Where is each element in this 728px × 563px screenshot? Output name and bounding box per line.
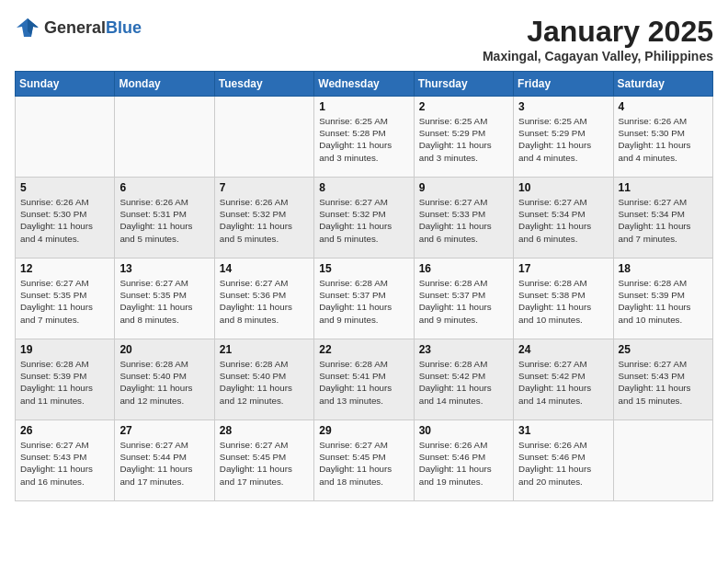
day-cell-3-7: 18Sunrise: 6:28 AM Sunset: 5:39 PM Dayli… xyxy=(613,259,712,339)
day-cell-5-5: 30Sunrise: 6:26 AM Sunset: 5:46 PM Dayli… xyxy=(414,420,513,501)
day-cell-1-4: 1Sunrise: 6:25 AM Sunset: 5:28 PM Daylig… xyxy=(314,97,414,178)
day-cell-2-2: 6Sunrise: 6:26 AM Sunset: 5:31 PM Daylig… xyxy=(115,178,214,259)
day-info: Sunrise: 6:27 AM Sunset: 5:44 PM Dayligh… xyxy=(119,439,209,488)
day-number: 4 xyxy=(619,100,708,113)
logo-blue-text: Blue xyxy=(106,18,142,37)
day-cell-2-1: 5Sunrise: 6:26 AM Sunset: 5:30 PM Daylig… xyxy=(16,178,115,259)
day-cell-1-2 xyxy=(115,97,214,178)
header-monday: Monday xyxy=(115,72,214,97)
weekday-header-row: Sunday Monday Tuesday Wednesday Thursday… xyxy=(16,72,713,97)
day-number: 24 xyxy=(518,343,608,356)
header-thursday: Thursday xyxy=(414,72,513,97)
day-cell-4-6: 24Sunrise: 6:27 AM Sunset: 5:42 PM Dayli… xyxy=(514,339,613,420)
day-info: Sunrise: 6:28 AM Sunset: 5:41 PM Dayligh… xyxy=(319,358,408,407)
header-saturday: Saturday xyxy=(613,72,712,97)
day-info: Sunrise: 6:26 AM Sunset: 5:46 PM Dayligh… xyxy=(518,439,608,488)
week-row-3: 12Sunrise: 6:27 AM Sunset: 5:35 PM Dayli… xyxy=(16,259,713,339)
day-cell-3-6: 17Sunrise: 6:28 AM Sunset: 5:38 PM Dayli… xyxy=(514,259,613,339)
day-cell-3-3: 14Sunrise: 6:27 AM Sunset: 5:36 PM Dayli… xyxy=(214,259,313,339)
day-number: 15 xyxy=(319,262,408,275)
day-info: Sunrise: 6:27 AM Sunset: 5:35 PM Dayligh… xyxy=(119,277,209,326)
day-info: Sunrise: 6:27 AM Sunset: 5:33 PM Dayligh… xyxy=(419,196,508,245)
day-number: 29 xyxy=(319,424,408,437)
day-number: 21 xyxy=(220,343,309,356)
week-row-4: 19Sunrise: 6:28 AM Sunset: 5:39 PM Dayli… xyxy=(16,339,713,420)
day-number: 20 xyxy=(119,343,209,356)
day-info: Sunrise: 6:27 AM Sunset: 5:36 PM Dayligh… xyxy=(220,277,309,326)
day-info: Sunrise: 6:27 AM Sunset: 5:34 PM Dayligh… xyxy=(619,196,708,245)
day-cell-1-3 xyxy=(214,97,313,178)
day-cell-5-6: 31Sunrise: 6:26 AM Sunset: 5:46 PM Dayli… xyxy=(514,420,613,501)
day-cell-3-1: 12Sunrise: 6:27 AM Sunset: 5:35 PM Dayli… xyxy=(16,259,115,339)
day-cell-2-5: 9Sunrise: 6:27 AM Sunset: 5:33 PM Daylig… xyxy=(414,178,513,259)
day-info: Sunrise: 6:25 AM Sunset: 5:29 PM Dayligh… xyxy=(419,115,508,164)
calendar-title: January 2025 xyxy=(483,15,713,49)
day-number: 2 xyxy=(419,100,508,113)
day-number: 9 xyxy=(419,181,508,194)
calendar-location: Maxingal, Cagayan Valley, Philippines xyxy=(483,49,713,63)
day-cell-5-7 xyxy=(613,420,712,501)
day-cell-5-1: 26Sunrise: 6:27 AM Sunset: 5:43 PM Dayli… xyxy=(16,420,115,501)
logo-icon xyxy=(15,15,40,40)
day-number: 30 xyxy=(419,424,508,437)
day-number: 10 xyxy=(518,181,608,194)
day-number: 5 xyxy=(20,181,109,194)
day-cell-1-7: 4Sunrise: 6:26 AM Sunset: 5:30 PM Daylig… xyxy=(613,97,712,178)
day-info: Sunrise: 6:27 AM Sunset: 5:35 PM Dayligh… xyxy=(20,277,109,326)
day-info: Sunrise: 6:26 AM Sunset: 5:32 PM Dayligh… xyxy=(220,196,309,245)
day-number: 3 xyxy=(518,100,608,113)
day-cell-3-5: 16Sunrise: 6:28 AM Sunset: 5:37 PM Dayli… xyxy=(414,259,513,339)
day-cell-5-2: 27Sunrise: 6:27 AM Sunset: 5:44 PM Dayli… xyxy=(115,420,214,501)
day-cell-1-6: 3Sunrise: 6:25 AM Sunset: 5:29 PM Daylig… xyxy=(514,97,613,178)
day-info: Sunrise: 6:27 AM Sunset: 5:45 PM Dayligh… xyxy=(319,439,408,488)
day-number: 13 xyxy=(119,262,209,275)
day-number: 12 xyxy=(20,262,109,275)
logo: GeneralBlue xyxy=(15,15,142,40)
title-block: January 2025 Maxingal, Cagayan Valley, P… xyxy=(483,15,713,63)
day-cell-4-1: 19Sunrise: 6:28 AM Sunset: 5:39 PM Dayli… xyxy=(16,339,115,420)
day-number: 16 xyxy=(419,262,508,275)
day-info: Sunrise: 6:28 AM Sunset: 5:39 PM Dayligh… xyxy=(20,358,109,407)
day-number: 7 xyxy=(220,181,309,194)
logo-general-text: General xyxy=(44,18,106,37)
day-cell-1-1 xyxy=(16,97,115,178)
day-info: Sunrise: 6:28 AM Sunset: 5:42 PM Dayligh… xyxy=(419,358,508,407)
day-info: Sunrise: 6:25 AM Sunset: 5:29 PM Dayligh… xyxy=(518,115,608,164)
day-number: 14 xyxy=(220,262,309,275)
header-sunday: Sunday xyxy=(16,72,115,97)
day-cell-4-5: 23Sunrise: 6:28 AM Sunset: 5:42 PM Dayli… xyxy=(414,339,513,420)
header-friday: Friday xyxy=(514,72,613,97)
day-info: Sunrise: 6:27 AM Sunset: 5:43 PM Dayligh… xyxy=(20,439,109,488)
day-info: Sunrise: 6:25 AM Sunset: 5:28 PM Dayligh… xyxy=(319,115,408,164)
day-info: Sunrise: 6:28 AM Sunset: 5:39 PM Dayligh… xyxy=(619,277,708,326)
day-info: Sunrise: 6:26 AM Sunset: 5:30 PM Dayligh… xyxy=(20,196,109,245)
day-number: 18 xyxy=(619,262,708,275)
day-info: Sunrise: 6:27 AM Sunset: 5:42 PM Dayligh… xyxy=(518,358,608,407)
day-info: Sunrise: 6:26 AM Sunset: 5:30 PM Dayligh… xyxy=(619,115,708,164)
day-info: Sunrise: 6:27 AM Sunset: 5:45 PM Dayligh… xyxy=(220,439,309,488)
week-row-2: 5Sunrise: 6:26 AM Sunset: 5:30 PM Daylig… xyxy=(16,178,713,259)
day-cell-4-2: 20Sunrise: 6:28 AM Sunset: 5:40 PM Dayli… xyxy=(115,339,214,420)
page-header: GeneralBlue January 2025 Maxingal, Cagay… xyxy=(15,15,713,63)
day-number: 1 xyxy=(319,100,408,113)
day-number: 25 xyxy=(619,343,708,356)
day-cell-2-3: 7Sunrise: 6:26 AM Sunset: 5:32 PM Daylig… xyxy=(214,178,313,259)
day-number: 11 xyxy=(619,181,708,194)
header-tuesday: Tuesday xyxy=(214,72,313,97)
logo-text: GeneralBlue xyxy=(44,19,142,37)
svg-marker-1 xyxy=(28,18,39,35)
day-info: Sunrise: 6:28 AM Sunset: 5:37 PM Dayligh… xyxy=(419,277,508,326)
day-cell-3-4: 15Sunrise: 6:28 AM Sunset: 5:37 PM Dayli… xyxy=(314,259,414,339)
day-cell-2-4: 8Sunrise: 6:27 AM Sunset: 5:32 PM Daylig… xyxy=(314,178,414,259)
calendar-body: 1Sunrise: 6:25 AM Sunset: 5:28 PM Daylig… xyxy=(16,97,713,501)
day-info: Sunrise: 6:28 AM Sunset: 5:40 PM Dayligh… xyxy=(119,358,209,407)
week-row-1: 1Sunrise: 6:25 AM Sunset: 5:28 PM Daylig… xyxy=(16,97,713,178)
day-cell-1-5: 2Sunrise: 6:25 AM Sunset: 5:29 PM Daylig… xyxy=(414,97,513,178)
day-info: Sunrise: 6:28 AM Sunset: 5:37 PM Dayligh… xyxy=(319,277,408,326)
day-info: Sunrise: 6:28 AM Sunset: 5:38 PM Dayligh… xyxy=(518,277,608,326)
day-number: 28 xyxy=(220,424,309,437)
day-cell-5-4: 29Sunrise: 6:27 AM Sunset: 5:45 PM Dayli… xyxy=(314,420,414,501)
day-info: Sunrise: 6:26 AM Sunset: 5:31 PM Dayligh… xyxy=(119,196,209,245)
day-info: Sunrise: 6:28 AM Sunset: 5:40 PM Dayligh… xyxy=(220,358,309,407)
header-wednesday: Wednesday xyxy=(314,72,414,97)
